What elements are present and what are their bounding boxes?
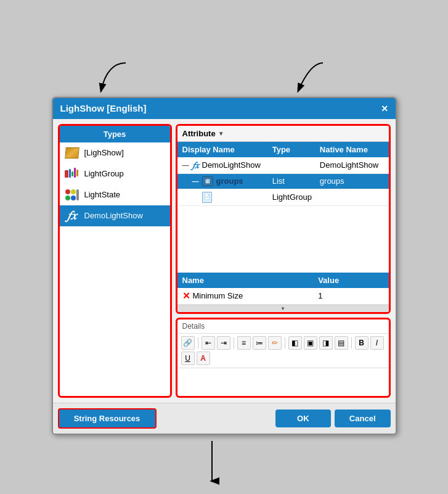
col-display-name: Display Name [182, 145, 267, 154]
unordered-list-button[interactable]: ≔ [253, 336, 266, 350]
separator-3 [285, 337, 285, 348]
cell-display-name-3: 📄 [182, 192, 267, 203]
table-body: — 𝑓𝑥 DemoLightShow DemoLightShow [177, 157, 389, 244]
type-label-lightstate: LightState [84, 190, 121, 199]
svg-point-6 [71, 189, 76, 194]
table-row-lightgroup[interactable]: 📄 LightGroup [177, 189, 389, 206]
type-item-lightgroup[interactable]: LightGroup [60, 163, 170, 184]
arrow-top-right [280, 60, 341, 97]
doc-icon: 📄 [202, 192, 212, 203]
attribute-section: Attribute ▼ Display Name Type Native Nam… [176, 124, 391, 314]
color-button[interactable]: A [197, 352, 210, 365]
minus-icon-1: — [182, 162, 189, 169]
dialog-wrapper: LighShow [English] × Types [LighShow] [52, 97, 397, 435]
svg-point-8 [71, 196, 76, 200]
type-item-lightstate[interactable]: LightState [60, 184, 170, 205]
cancel-button[interactable]: Cancel [335, 410, 391, 427]
type-item-lightshow[interactable]: [LighShow] [60, 142, 170, 163]
type-label-demolightshow: DemoLightShow [84, 211, 143, 220]
right-panel: Attribute ▼ Display Name Type Native Nam… [176, 124, 391, 398]
fx-icon-1: 𝑓𝑥 [192, 160, 199, 171]
separator-4 [351, 337, 352, 348]
cell-display-name-2: — ⊞ groups [182, 176, 267, 186]
table-header: Display Name Type Native Name [177, 142, 389, 157]
dialog-title: LighShow [English] [60, 103, 147, 113]
ok-button[interactable]: OK [275, 410, 331, 427]
row2-display-name: groups [216, 176, 243, 186]
prop-col-name: Name [182, 276, 314, 285]
type-item-demolightshow[interactable]: 𝑓𝑥 DemoLightShow [60, 205, 170, 226]
dialog-close-button[interactable]: × [381, 103, 388, 114]
col-native-name: Native Name [320, 145, 384, 154]
row2-type: List [272, 176, 315, 186]
type-label-lightshow: [LighShow] [84, 148, 124, 157]
arrow-bottom [193, 438, 230, 487]
types-list: [LighShow] Li [60, 142, 170, 396]
underline-button[interactable]: U [181, 352, 195, 365]
demolightshow-icon: 𝑓𝑥 [65, 208, 79, 223]
indent-left-button[interactable]: ⇤ [202, 336, 215, 350]
details-toolbar: 🔗 ⇤ ⇥ ≡ ≔ ✏ ◧ ▣ ◨ ▤ B [177, 334, 389, 368]
attribute-dropdown-icon[interactable]: ▼ [218, 130, 224, 137]
prop-col-value: Value [318, 276, 383, 285]
link-button[interactable]: 🔗 [181, 336, 195, 350]
italic-button[interactable]: I [370, 336, 384, 350]
svg-rect-9 [76, 189, 79, 200]
dialog-footer: String Resources OK Cancel [53, 403, 396, 434]
details-section: Details 🔗 ⇤ ⇥ ≡ ≔ ✏ ◧ ▣ ◨ ▤ [176, 318, 391, 398]
cell-display-name-1: — 𝑓𝑥 DemoLightShow [182, 160, 267, 171]
bold-button[interactable]: B [355, 336, 369, 350]
left-panel: Types [LighShow] [58, 124, 172, 398]
string-resources-button[interactable]: String Resources [58, 408, 157, 429]
arrow-top-left [89, 60, 138, 97]
row1-display-name: DemoLightShow [202, 160, 261, 170]
dialog-body: Types [LighShow] [53, 119, 396, 403]
details-label: Details [177, 319, 389, 334]
align-justify-button[interactable]: ▤ [335, 336, 348, 350]
attribute-label: Attribute [182, 129, 216, 138]
row2-native-name: groups [320, 176, 384, 186]
row1-native-name: DemoLightShow [320, 160, 384, 170]
indent-right-button[interactable]: ⇥ [217, 336, 230, 350]
details-content[interactable] [177, 368, 389, 396]
svg-point-7 [65, 196, 70, 200]
table-row[interactable]: — 𝑓𝑥 DemoLightShow DemoLightShow [177, 157, 389, 174]
prop-row-minsize[interactable]: ✕ Minimum Size 1 [177, 288, 389, 305]
svg-point-5 [65, 189, 70, 194]
prop-name: Minimum Size [193, 291, 243, 300]
lightstate-icon [65, 187, 79, 202]
prop-table-header: Name Value [177, 273, 389, 288]
minus-icon-2: — [192, 178, 199, 185]
align-center-button[interactable]: ▣ [304, 336, 317, 350]
col-type: Type [272, 145, 315, 154]
lightgroup-icon [65, 167, 79, 181]
row3-type: LightGroup [272, 192, 315, 202]
separator-2 [234, 337, 234, 348]
highlight-button[interactable]: ✏ [268, 336, 282, 350]
attribute-toolbar: Attribute ▼ [177, 126, 389, 142]
svg-rect-3 [74, 168, 76, 178]
svg-rect-2 [71, 171, 73, 176]
prop-value: 1 [318, 291, 383, 300]
prop-name-cell: ✕ Minimum Size [182, 290, 314, 302]
dialog-titlebar: LighShow [English] × [53, 98, 396, 119]
svg-rect-0 [65, 170, 68, 178]
dialog: LighShow [English] × Types [LighShow] [52, 97, 397, 435]
ordered-list-button[interactable]: ≡ [237, 336, 251, 350]
types-header: Types [60, 126, 170, 142]
align-left-button[interactable]: ◧ [288, 336, 302, 350]
table-row-groups[interactable]: — ⊞ groups List groups [177, 174, 389, 189]
type-label-lightgroup: LightGroup [84, 169, 124, 178]
svg-rect-4 [76, 170, 78, 176]
separator-1 [198, 337, 198, 348]
scroll-down-icon: ▼ [280, 306, 285, 311]
svg-rect-1 [69, 169, 71, 178]
lightshow-icon [65, 146, 79, 160]
scroll-indicator: ▼ [177, 305, 389, 312]
align-right-button[interactable]: ◨ [319, 336, 333, 350]
attribute-table: Display Name Type Native Name — 𝑓𝑥 DemoL… [177, 142, 389, 270]
x-icon: ✕ [182, 290, 190, 302]
prop-table-body: ✕ Minimum Size 1 [177, 288, 389, 305]
list-obj-icon: ⊞ [202, 176, 213, 186]
